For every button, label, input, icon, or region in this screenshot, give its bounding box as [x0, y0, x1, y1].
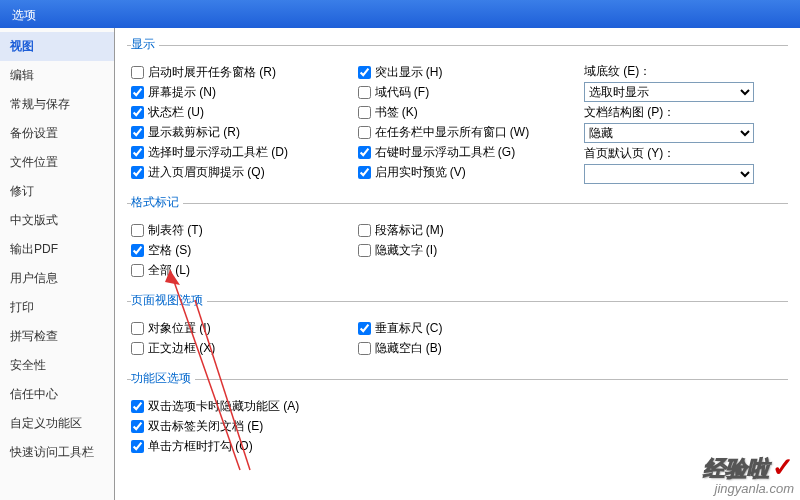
- sidebar-item-security[interactable]: 安全性: [0, 351, 114, 380]
- group-ribbon-legend: 功能区选项: [131, 370, 195, 389]
- window-title: 选项: [12, 8, 36, 22]
- format-col2: 段落标记 (M) 隐藏文字 (I): [358, 219, 575, 282]
- group-format: 格式标记 制表符 (T) 空格 (S) 全部 (L) 段落标记 (M) 隐藏文字…: [127, 194, 788, 284]
- sidebar-item-print[interactable]: 打印: [0, 293, 114, 322]
- sidebar-item-spell[interactable]: 拼写检查: [0, 322, 114, 351]
- chk-statusbar[interactable]: 状态栏 (U): [131, 104, 348, 121]
- main-panel: 显示 启动时展开任务窗格 (R) 屏幕提示 (N) 状态栏 (U) 显示裁剪标记…: [115, 28, 800, 500]
- sidebar-item-general[interactable]: 常规与保存: [0, 90, 114, 119]
- pageview-col2: 垂直标尺 (C) 隐藏空白 (B): [358, 317, 575, 360]
- group-display-legend: 显示: [131, 36, 159, 55]
- sidebar-item-quickaccess[interactable]: 快速访问工具栏: [0, 438, 114, 467]
- sidebar-item-edit[interactable]: 编辑: [0, 61, 114, 90]
- chk-hideribbon[interactable]: 双击选项卡时隐藏功能区 (A): [131, 398, 784, 415]
- chk-hiddentext[interactable]: 隐藏文字 (I): [358, 242, 575, 259]
- chk-headerfooter-hint[interactable]: 进入页眉页脚提示 (Q): [131, 164, 348, 181]
- group-ribbon: 功能区选项 双击选项卡时隐藏功能区 (A) 双击标签关闭文档 (E) 单击方框时…: [127, 370, 788, 460]
- group-pageview-legend: 页面视图选项: [131, 292, 207, 311]
- chk-textborder[interactable]: 正文边框 (X): [131, 340, 348, 357]
- chk-floattoolbar-rclick[interactable]: 右键时显示浮动工具栏 (G): [358, 144, 575, 161]
- group-format-legend: 格式标记: [131, 194, 183, 213]
- display-col1: 启动时展开任务窗格 (R) 屏幕提示 (N) 状态栏 (U) 显示裁剪标记 (R…: [131, 61, 348, 184]
- sidebar-item-user[interactable]: 用户信息: [0, 264, 114, 293]
- docmap-label: 文档结构图 (P)：: [584, 104, 784, 121]
- chk-all[interactable]: 全部 (L): [131, 262, 348, 279]
- watermark: 经验啦 ✓ jingyanla.com: [703, 453, 794, 496]
- chk-hidewhitespace[interactable]: 隐藏空白 (B): [358, 340, 575, 357]
- chk-floattoolbar-select[interactable]: 选择时显示浮动工具栏 (D): [131, 144, 348, 161]
- fieldshading-select[interactable]: 选取时显示: [584, 82, 754, 102]
- display-col2: 突出显示 (H) 域代码 (F) 书签 (K) 在任务栏中显示所有窗口 (W) …: [358, 61, 575, 184]
- chk-clickbox-check[interactable]: 单击方框时打勾 (O): [131, 438, 784, 455]
- sidebar-item-filelocation[interactable]: 文件位置: [0, 148, 114, 177]
- chk-spaces[interactable]: 空格 (S): [131, 242, 348, 259]
- watermark-url: jingyanla.com: [703, 482, 794, 496]
- format-col1: 制表符 (T) 空格 (S) 全部 (L): [131, 219, 348, 282]
- pageview-col1: 对象位置 (I) 正文边框 (X): [131, 317, 348, 360]
- watermark-check-icon: ✓: [772, 452, 794, 482]
- chk-objectpos[interactable]: 对象位置 (I): [131, 320, 348, 337]
- sidebar-item-trust[interactable]: 信任中心: [0, 380, 114, 409]
- watermark-brand: 经验啦: [703, 456, 769, 481]
- group-display: 显示 启动时展开任务窗格 (R) 屏幕提示 (N) 状态栏 (U) 显示裁剪标记…: [127, 36, 788, 186]
- docmap-select[interactable]: 隐藏: [584, 123, 754, 143]
- sidebar-item-view[interactable]: 视图: [0, 32, 114, 61]
- display-col3: 域底纹 (E)： 选取时显示 文档结构图 (P)： 隐藏 首页默认页 (Y)：: [584, 61, 784, 184]
- sidebar-item-revision[interactable]: 修订: [0, 177, 114, 206]
- homepage-select[interactable]: [584, 164, 754, 184]
- chk-taskbar-windows[interactable]: 在任务栏中显示所有窗口 (W): [358, 124, 575, 141]
- chk-livepreview[interactable]: 启用实时预览 (V): [358, 164, 575, 181]
- chk-bookmark[interactable]: 书签 (K): [358, 104, 575, 121]
- chk-paragraph[interactable]: 段落标记 (M): [358, 222, 575, 239]
- fieldshading-label: 域底纹 (E)：: [584, 63, 784, 80]
- container: 视图 编辑 常规与保存 备份设置 文件位置 修订 中文版式 输出PDF 用户信息…: [0, 28, 800, 500]
- sidebar-item-chinese[interactable]: 中文版式: [0, 206, 114, 235]
- chk-highlight[interactable]: 突出显示 (H): [358, 64, 575, 81]
- sidebar-item-customribbon[interactable]: 自定义功能区: [0, 409, 114, 438]
- chk-dblclick-closedoc[interactable]: 双击标签关闭文档 (E): [131, 418, 784, 435]
- chk-cropmarks[interactable]: 显示裁剪标记 (R): [131, 124, 348, 141]
- sidebar-item-backup[interactable]: 备份设置: [0, 119, 114, 148]
- chk-taskpane[interactable]: 启动时展开任务窗格 (R): [131, 64, 348, 81]
- group-pageview: 页面视图选项 对象位置 (I) 正文边框 (X) 垂直标尺 (C) 隐藏空白 (…: [127, 292, 788, 362]
- chk-vruler[interactable]: 垂直标尺 (C): [358, 320, 575, 337]
- chk-fieldcode[interactable]: 域代码 (F): [358, 84, 575, 101]
- chk-screentip[interactable]: 屏幕提示 (N): [131, 84, 348, 101]
- sidebar-item-pdf[interactable]: 输出PDF: [0, 235, 114, 264]
- title-bar: 选项: [0, 0, 800, 28]
- chk-tabs[interactable]: 制表符 (T): [131, 222, 348, 239]
- sidebar: 视图 编辑 常规与保存 备份设置 文件位置 修订 中文版式 输出PDF 用户信息…: [0, 28, 115, 500]
- homepage-label: 首页默认页 (Y)：: [584, 145, 784, 162]
